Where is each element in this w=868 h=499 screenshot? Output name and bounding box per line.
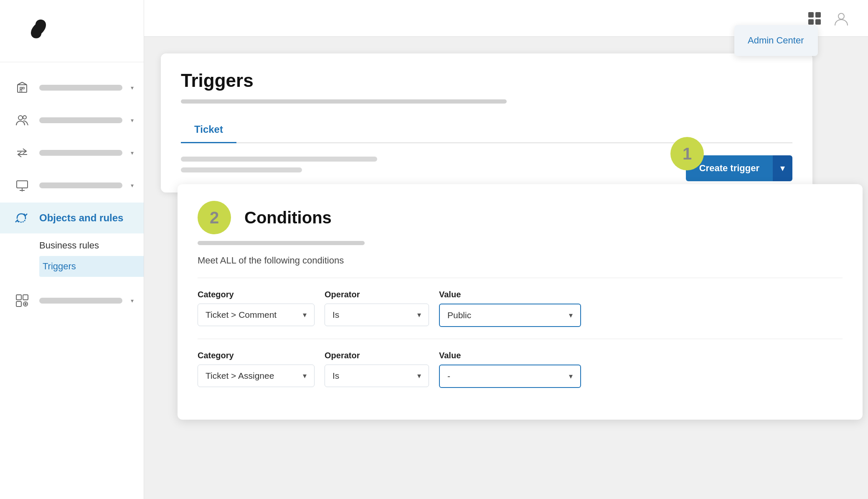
operator-value-2: Is bbox=[332, 371, 339, 381]
svg-point-6 bbox=[18, 116, 23, 120]
objects-rules-icon bbox=[13, 209, 31, 227]
conditions-bar-decoration bbox=[198, 241, 365, 245]
value-select-1[interactable]: Public ▾ bbox=[439, 304, 581, 327]
chevron-down-icon: ▾ bbox=[417, 310, 421, 319]
sidebar-logo bbox=[0, 0, 144, 62]
value-value-2: - bbox=[447, 371, 450, 381]
operator-label-2: Operator bbox=[325, 351, 429, 360]
svg-rect-21 bbox=[815, 12, 821, 18]
nav-label-bar bbox=[39, 182, 122, 188]
condition-col-operator-2: Operator Is ▾ bbox=[325, 351, 429, 387]
svg-point-13 bbox=[22, 191, 23, 192]
chevron-down-icon: ▾ bbox=[131, 117, 134, 124]
chevron-down-icon: ▾ bbox=[131, 297, 134, 304]
svg-rect-14 bbox=[16, 295, 21, 300]
svg-rect-0 bbox=[18, 85, 27, 92]
category-label-1: Category bbox=[198, 290, 315, 299]
condition-row-1: Category Ticket > Comment ▾ Operator Is … bbox=[198, 278, 843, 339]
chevron-down-icon: ▾ bbox=[131, 149, 134, 156]
chevron-down-icon: ▾ bbox=[303, 310, 307, 319]
nav-label-bar bbox=[39, 150, 122, 156]
svg-rect-16 bbox=[16, 301, 21, 306]
meet-all-text: Meet ALL of the following conditions bbox=[198, 255, 843, 266]
category-select-1[interactable]: Ticket > Comment ▾ bbox=[198, 304, 315, 326]
category-label-2: Category bbox=[198, 351, 315, 360]
condition-col-operator-1: Operator Is ▾ bbox=[325, 290, 429, 326]
step-badge-1: 1 bbox=[670, 137, 704, 170]
chevron-down-icon: ▾ bbox=[131, 84, 134, 91]
sub-navigation: Business rules Triggers bbox=[0, 235, 144, 277]
sidebar-item-people[interactable]: ▾ bbox=[0, 105, 144, 136]
condition-col-category-2: Category Ticket > Assignee ▾ bbox=[198, 351, 315, 387]
nav-label-bar bbox=[39, 85, 122, 91]
nav-label-bar bbox=[39, 298, 122, 304]
condition-col-value-2: Value - ▾ bbox=[439, 351, 581, 388]
chevron-down-icon: ▾ bbox=[569, 311, 573, 320]
content-wrapper: Triggers Ticket 1 Create trigger ▾ bbox=[144, 37, 868, 436]
sidebar-item-business-rules[interactable]: Business rules bbox=[39, 235, 144, 256]
filter-bar-2 bbox=[181, 167, 302, 172]
chevron-down-icon: ▾ bbox=[131, 182, 134, 189]
sidebar-item-objects-rules[interactable]: Objects and rules bbox=[0, 203, 144, 233]
sidebar-item-channels[interactable]: ▾ bbox=[0, 137, 144, 168]
sidebar-item-triggers[interactable]: Triggers bbox=[39, 256, 144, 277]
category-value-1: Ticket > Comment bbox=[206, 310, 277, 320]
operator-select-1[interactable]: Is ▾ bbox=[325, 304, 429, 326]
conditions-panel: 2 Conditions Meet ALL of the following c… bbox=[178, 184, 863, 420]
svg-rect-23 bbox=[815, 19, 821, 25]
condition-col-category-1: Category Ticket > Comment ▾ bbox=[198, 290, 315, 326]
apps-icon bbox=[13, 292, 31, 309]
triggers-panel: Triggers Ticket 1 Create trigger ▾ bbox=[161, 53, 812, 193]
arrows-icon bbox=[13, 144, 31, 162]
svg-rect-2 bbox=[23, 87, 24, 89]
operator-select-2[interactable]: Is ▾ bbox=[325, 365, 429, 387]
svg-rect-15 bbox=[23, 295, 28, 300]
step-badge-2: 2 bbox=[198, 201, 231, 234]
tabs-row: Ticket bbox=[181, 117, 792, 143]
people-icon bbox=[13, 111, 31, 129]
conditions-title: Conditions bbox=[244, 208, 332, 227]
title-bar-decoration bbox=[181, 99, 507, 104]
sidebar-item-building[interactable]: ▾ bbox=[0, 72, 144, 103]
zendesk-logo-icon bbox=[23, 15, 53, 45]
sidebar-navigation: ▾ ▾ bbox=[0, 62, 144, 326]
chevron-down-icon: ▾ bbox=[417, 371, 421, 380]
building-icon bbox=[13, 79, 31, 96]
main-content: Admin Center Triggers Ticket 1 Create tr… bbox=[144, 0, 868, 499]
chevron-down-icon: ▾ bbox=[303, 371, 307, 380]
chevron-down-icon: ▾ bbox=[780, 163, 785, 173]
category-select-2[interactable]: Ticket > Assignee ▾ bbox=[198, 365, 315, 387]
svg-rect-1 bbox=[20, 87, 22, 89]
value-value-1: Public bbox=[447, 310, 471, 320]
svg-point-24 bbox=[838, 13, 844, 19]
value-label-1: Value bbox=[439, 290, 581, 299]
create-trigger-dropdown-button[interactable]: ▾ bbox=[773, 155, 792, 181]
category-value-2: Ticket > Assignee bbox=[206, 371, 274, 381]
svg-rect-10 bbox=[17, 181, 28, 188]
monitor-icon bbox=[13, 177, 31, 194]
chevron-down-icon: ▾ bbox=[569, 372, 573, 381]
svg-rect-22 bbox=[808, 19, 814, 25]
admin-center-link[interactable]: Admin Center bbox=[734, 28, 818, 53]
filter-bar-1 bbox=[181, 157, 377, 162]
admin-center-dropdown: Admin Center bbox=[734, 25, 818, 56]
nav-label-bar bbox=[39, 117, 122, 123]
value-label-2: Value bbox=[439, 351, 581, 360]
operator-value-1: Is bbox=[332, 310, 339, 320]
user-profile-button[interactable] bbox=[831, 8, 851, 28]
value-select-2[interactable]: - ▾ bbox=[439, 365, 581, 388]
conditions-header: 2 Conditions bbox=[198, 201, 843, 234]
sidebar: ▾ ▾ bbox=[0, 0, 144, 499]
page-title: Triggers bbox=[181, 70, 792, 91]
sidebar-item-workspaces[interactable]: ▾ bbox=[0, 170, 144, 201]
tab-ticket[interactable]: Ticket bbox=[181, 117, 236, 143]
operator-label-1: Operator bbox=[325, 290, 429, 299]
svg-rect-20 bbox=[808, 12, 814, 18]
svg-point-7 bbox=[23, 116, 26, 119]
condition-col-value-1: Value Public ▾ bbox=[439, 290, 581, 327]
sidebar-item-apps[interactable]: ▾ bbox=[0, 285, 144, 316]
objects-rules-label: Objects and rules bbox=[39, 212, 123, 224]
condition-row-2: Category Ticket > Assignee ▾ Operator Is… bbox=[198, 339, 843, 400]
